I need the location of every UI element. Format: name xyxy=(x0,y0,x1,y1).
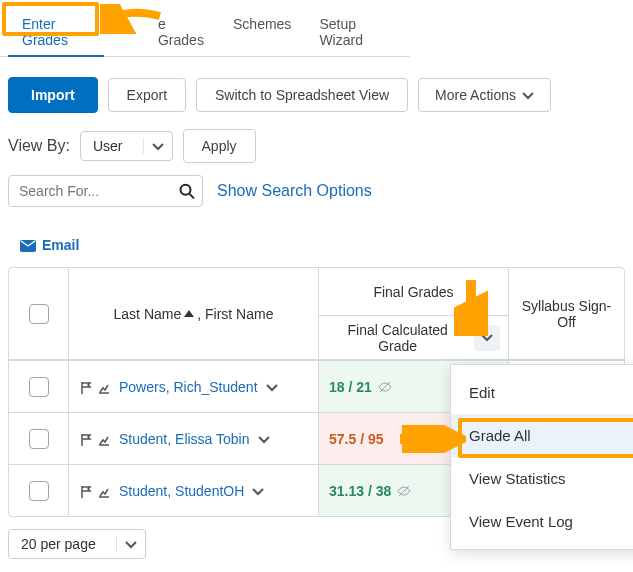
search-input[interactable] xyxy=(8,175,203,207)
column-name[interactable]: Last Name , First Name xyxy=(69,268,319,360)
menu-grade-all[interactable]: Grade All xyxy=(451,414,633,457)
tab-manage-grades[interactable]: e Grades xyxy=(144,8,219,56)
more-actions-label: More Actions xyxy=(435,87,516,103)
tab-schemes[interactable]: Schemes xyxy=(219,8,305,56)
hidden-icon xyxy=(378,379,392,395)
student-name-link[interactable]: Student, StudentOH xyxy=(119,483,244,499)
export-button[interactable]: Export xyxy=(108,78,186,112)
menu-edit[interactable]: Edit xyxy=(451,371,633,414)
chevron-down-icon[interactable] xyxy=(258,431,270,447)
col-final-calc-label: Final Calculated Grade xyxy=(327,322,468,354)
row-checkbox[interactable] xyxy=(29,377,49,397)
chevron-down-icon[interactable] xyxy=(252,483,264,499)
view-by-select[interactable]: User xyxy=(80,131,173,161)
chart-icon[interactable] xyxy=(97,482,111,498)
flag-icon[interactable] xyxy=(79,482,93,498)
apply-button[interactable]: Apply xyxy=(183,129,256,163)
menu-view-statistics[interactable]: View Statistics xyxy=(451,457,633,500)
import-button[interactable]: Import xyxy=(8,77,98,113)
mail-icon xyxy=(20,237,36,253)
menu-view-event-log[interactable]: View Event Log xyxy=(451,500,633,543)
chevron-down-icon xyxy=(522,87,534,103)
flag-icon[interactable] xyxy=(79,430,93,446)
page-size-select[interactable]: 20 per page xyxy=(8,529,146,559)
row-checkbox[interactable] xyxy=(29,429,49,449)
tab-setup-wizard[interactable]: Setup Wizard xyxy=(305,8,402,56)
grade-value: 57.5 / 95 xyxy=(329,431,384,447)
sort-asc-icon xyxy=(184,310,194,317)
email-link[interactable]: Email xyxy=(0,219,87,267)
view-by-value: User xyxy=(93,138,123,154)
chevron-down-icon xyxy=(143,138,164,154)
flag-icon[interactable] xyxy=(79,378,93,394)
chart-icon[interactable] xyxy=(97,430,111,446)
grade-value: 18 / 21 xyxy=(329,379,372,395)
page-size-value: 20 per page xyxy=(21,536,96,552)
view-by-label: View By: xyxy=(8,137,70,155)
select-all-checkbox[interactable] xyxy=(29,304,49,324)
tab-enter-grades[interactable]: Enter Grades xyxy=(8,8,104,56)
toolbar: Import Export Switch to Spreadsheet View… xyxy=(0,57,633,129)
column-final-grades: Final Grades xyxy=(319,268,509,316)
select-all-cell xyxy=(9,268,69,360)
spreadsheet-view-button[interactable]: Switch to Spreadsheet View xyxy=(196,78,408,112)
col-name-separator: , xyxy=(197,306,205,322)
search-row: Show Search Options xyxy=(0,175,633,219)
tab-bar: Enter Grades e Grades Schemes Setup Wiza… xyxy=(0,0,410,57)
email-label: Email xyxy=(42,237,79,253)
col-firstname-label: First Name xyxy=(205,306,273,322)
chevron-down-icon xyxy=(116,536,137,552)
chart-icon[interactable] xyxy=(97,378,111,394)
column-final-calculated[interactable]: Final Calculated Grade xyxy=(319,316,509,360)
more-actions-button[interactable]: More Actions xyxy=(418,78,551,112)
row-checkbox[interactable] xyxy=(29,481,49,501)
column-syllabus: Syllabus Sign-Off xyxy=(509,268,624,360)
hidden-icon xyxy=(397,483,411,499)
grade-value: 31.13 / 38 xyxy=(329,483,391,499)
student-name-link[interactable]: Student, Elissa Tobin xyxy=(119,431,250,447)
student-name-link[interactable]: Powers, Rich_Student xyxy=(119,379,258,395)
col-lastname-label: Last Name xyxy=(114,306,182,322)
final-calculated-menu: Edit Grade All View Statistics View Even… xyxy=(450,364,633,550)
show-search-options-link[interactable]: Show Search Options xyxy=(217,182,372,200)
view-by-row: View By: User Apply xyxy=(0,129,633,175)
chevron-down-icon[interactable] xyxy=(266,379,278,395)
final-calculated-dropdown[interactable] xyxy=(474,325,500,351)
